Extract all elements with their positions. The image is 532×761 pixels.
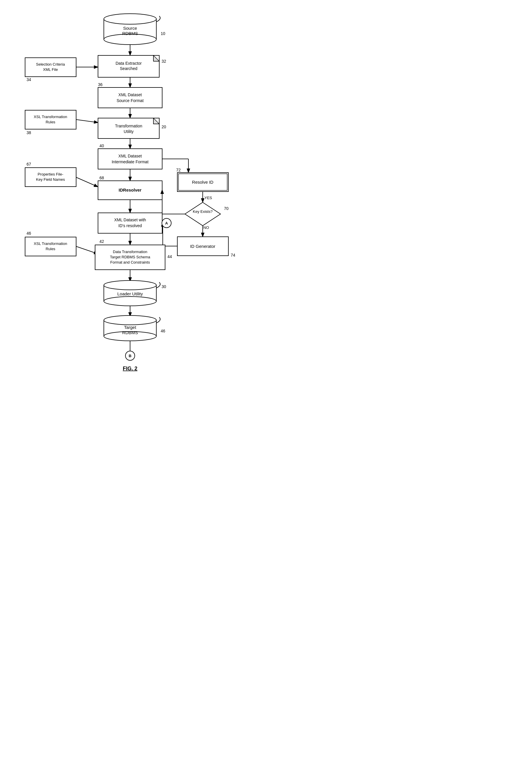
ref-32: 32	[161, 59, 166, 64]
diagram-svg: Source RDBMS 10 Data Extractor Searched …	[8, 6, 259, 373]
ref-34: 34	[27, 77, 31, 82]
ref-70: 70	[224, 206, 229, 211]
data-extractor-label1: Data Extractor	[115, 61, 142, 66]
svg-line-15	[76, 120, 97, 122]
id-generator-label: ID Generator	[190, 244, 215, 249]
fig-caption: FIG. 2	[123, 366, 137, 372]
xsl-rules-2-label2: Rules	[45, 247, 55, 251]
xml-ids-label1: XML Dataset with	[114, 217, 146, 222]
transformation-utility-label2: Utility	[124, 129, 134, 134]
ref-46-xsl: 46	[27, 231, 31, 236]
selection-criteria-label2: XML File	[43, 67, 58, 72]
svg-marker-30	[185, 203, 220, 226]
ref-46-bottom: 46	[161, 328, 165, 333]
svg-marker-16	[98, 118, 159, 139]
ref-67: 67	[27, 162, 31, 166]
properties-file-label2: Key Field Names	[36, 177, 65, 182]
svg-point-1	[104, 14, 156, 24]
svg-point-50	[104, 280, 156, 290]
target-rdbms-label1: Target	[124, 325, 137, 330]
svg-rect-40	[98, 213, 162, 233]
xml-ids-label2: ID's resolved	[118, 223, 142, 228]
ref-10: 10	[161, 31, 165, 36]
resolve-id-label: Resolve ID	[192, 180, 213, 185]
ref-36: 36	[98, 82, 103, 87]
ref-38: 38	[27, 130, 31, 135]
source-rdbms-label2: RDBMS	[122, 31, 138, 36]
ref-74: 74	[231, 253, 235, 258]
xml-intermediate-label2: Intermediate Format	[112, 159, 148, 164]
ref-72: 72	[176, 168, 181, 172]
ref-40: 40	[99, 144, 104, 148]
xml-dataset-source-label1: XML Dataset	[118, 92, 142, 97]
data-transform-label1: Data Transformation	[113, 250, 147, 254]
loader-utility-label: Loader Utility	[117, 291, 143, 296]
data-transform-label2: Target RDBMS Schema	[110, 255, 150, 259]
transformation-utility-label1: Transformation	[115, 124, 142, 128]
xsl-rules-1-label1: XSL Transformation	[34, 115, 67, 119]
svg-rect-20	[98, 149, 162, 169]
ref-44: 44	[167, 254, 172, 259]
xsl-rules-1-label2: Rules	[45, 120, 55, 124]
ref-42: 42	[99, 239, 104, 244]
yes-label: YES	[205, 196, 212, 200]
svg-line-23	[76, 177, 97, 187]
source-rdbms-label: Source	[123, 26, 137, 30]
xml-intermediate-label1: XML Dataset	[118, 154, 142, 158]
ref-68: 68	[99, 176, 104, 180]
svg-rect-12	[98, 88, 162, 108]
ref-30: 30	[161, 284, 166, 289]
node-a: A	[165, 221, 168, 225]
target-rdbms-label2: RDBMS	[122, 330, 138, 335]
selection-criteria-label1: Selection Criteria	[36, 62, 65, 67]
data-transform-label3: Format and Constraints	[110, 260, 150, 264]
properties-file-label1: Properties File-	[38, 172, 63, 176]
idresolver-label: IDResolver	[119, 188, 142, 193]
ref-20: 20	[161, 125, 166, 129]
diagram-container: Source RDBMS 10 Data Extractor Searched …	[8, 6, 259, 373]
key-exists-label1: Key Exists?	[193, 209, 212, 214]
xml-dataset-source-label2: Source Format	[117, 98, 144, 103]
xsl-rules-2-label1: XSL Transformation	[34, 241, 67, 246]
svg-point-56	[104, 316, 156, 325]
data-extractor-label2: Searched	[120, 66, 137, 71]
node-b: B	[129, 354, 131, 358]
svg-point-51	[104, 297, 156, 306]
no-label: NO	[203, 225, 209, 230]
svg-line-46	[76, 246, 97, 254]
